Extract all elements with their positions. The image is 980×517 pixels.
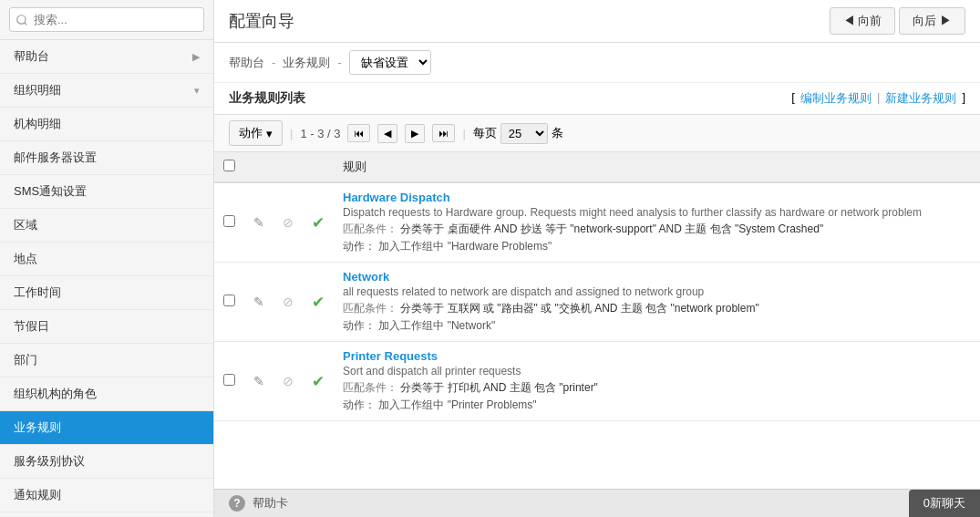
row-rule-cell: Printer Requests Sort and dispatch all p… — [334, 342, 980, 421]
sidebar-item-label: SMS通知设置 — [14, 183, 87, 200]
col-status-icon — [303, 152, 334, 182]
sidebar-item-maintenance[interactable]: 定期维护任务 — [0, 512, 213, 517]
col-edit-icon — [244, 152, 273, 182]
per-page-unit: 条 — [552, 125, 563, 141]
chat-widget[interactable]: 0新聊天 — [909, 490, 980, 517]
table-row: ✎ ⊘ ✔ Printer Requests Sort and dispatch… — [214, 342, 980, 421]
help-bar: ? 帮助卡 — [214, 489, 980, 517]
rule-name[interactable]: Hardware Dispatch — [343, 191, 971, 204]
prev-page-btn[interactable]: ◀ — [377, 124, 397, 143]
edit-rules-link[interactable]: 编制业务规则 — [800, 90, 872, 107]
per-page-select[interactable]: 25 50 100 — [500, 123, 548, 144]
sidebar-item-sms-notify[interactable]: SMS通知设置 — [0, 175, 213, 209]
action-button[interactable]: 动作 ▾ — [229, 120, 283, 146]
row-checkbox[interactable] — [223, 374, 235, 386]
row-edit-cell: ✎ — [244, 342, 273, 421]
breadcrumb-sep1: - — [272, 56, 275, 69]
last-page-btn[interactable]: ⏭ — [432, 124, 455, 142]
rule-desc: Sort and dispatch all printer requests — [343, 365, 971, 377]
rule-name[interactable]: Printer Requests — [343, 349, 971, 363]
sidebar-item-label: 组织明细 — [14, 82, 61, 98]
breadcrumb-dropdown[interactable]: 缺省设置 — [349, 50, 431, 75]
page-header: 配置向导 ◀ 向前 向后 ▶ — [214, 0, 980, 43]
next-button[interactable]: 向后 ▶ — [899, 7, 965, 35]
list-toolbar: 业务规则列表 [ 编制业务规则 | 新建业务规则 ] — [214, 83, 980, 115]
toolbar-sep-bracket-end: ] — [962, 90, 965, 107]
sidebar-item-label: 组织机构的角色 — [14, 386, 97, 402]
search-input[interactable] — [9, 7, 204, 32]
action-label: 动作 — [239, 125, 263, 141]
sidebar-item-org-detail[interactable]: 组织明细▾ — [0, 74, 213, 108]
rules-table-wrapper: 规则 ✎ ⊘ ✔ Hardware Dispatch Dispatch requ… — [214, 152, 980, 489]
edit-icon[interactable]: ✎ — [253, 215, 264, 230]
row-del-cell: ⊘ — [273, 342, 303, 421]
list-title: 业务规则列表 — [229, 90, 305, 107]
condition-val: 分类等于 互联网 或 "路由器" 或 "交换机 AND 主题 包含 "netwo… — [400, 302, 758, 315]
pagination-sep2: | — [462, 127, 465, 140]
per-page-label: 每页 — [473, 125, 497, 141]
sidebar-item-region[interactable]: 区域 — [0, 209, 213, 243]
breadcrumb-select[interactable]: 缺省设置 — [350, 51, 430, 74]
row-edit-cell: ✎ — [244, 263, 273, 342]
edit-icon[interactable]: ✎ — [253, 295, 264, 309]
row-rule-cell: Hardware Dispatch Dispatch requests to H… — [334, 182, 980, 263]
edit-icon[interactable]: ✎ — [253, 374, 264, 388]
table-controls: 动作 ▾ | 1 - 3 / 3 ⏮ ◀ ▶ ⏭ | 每页 25 50 100 … — [214, 115, 980, 152]
row-checkbox-cell — [214, 263, 244, 342]
rule-action: 动作： 加入工作组中 "Printer Problems" — [343, 398, 971, 413]
per-page-control: 每页 25 50 100 条 — [473, 123, 563, 144]
rule-condition: 匹配条件： 分类等于 互联网 或 "路由器" 或 "交换机 AND 主题 包含 … — [343, 301, 971, 316]
row-del-cell: ⊘ — [273, 182, 303, 263]
row-edit-cell: ✎ — [244, 182, 273, 263]
new-rule-link[interactable]: 新建业务规则 — [885, 90, 956, 107]
sidebar-item-label: 业务规则 — [14, 419, 61, 436]
toolbar-sep-bracket: [ — [791, 90, 795, 107]
help-icon: ? — [229, 495, 245, 512]
rule-action: 动作： 加入工作组中 "Network" — [343, 318, 971, 334]
breadcrumb-part1: 帮助台 — [229, 55, 264, 71]
sidebar-item-department[interactable]: 部门 — [0, 344, 213, 377]
sidebar-item-label: 部门 — [14, 352, 37, 368]
sidebar-item-biz-rule[interactable]: 业务规则 — [0, 411, 213, 445]
delete-icon[interactable]: ⊘ — [283, 295, 294, 309]
sidebar-item-org-role[interactable]: 组织机构的角色 — [0, 377, 213, 411]
pagination-info: 1 - 3 / 3 — [300, 127, 340, 140]
first-page-btn[interactable]: ⏮ — [347, 124, 370, 142]
sidebar-item-location[interactable]: 地点 — [0, 243, 213, 276]
sidebar-item-arrow: ▶ — [192, 51, 200, 63]
status-active-icon: ✔ — [312, 214, 325, 232]
next-page-btn[interactable]: ▶ — [405, 124, 425, 143]
action-label-text: 动作： — [343, 319, 376, 332]
prev-button[interactable]: ◀ 向前 — [830, 7, 896, 35]
select-all-checkbox[interactable] — [223, 160, 235, 171]
main-content: 配置向导 ◀ 向前 向后 ▶ 帮助台 - 业务规则 - 缺省设置 业务规则列表 … — [214, 0, 980, 517]
sidebar-item-sla[interactable]: 服务级别协议 — [0, 445, 213, 479]
action-label-text: 动作： — [343, 240, 376, 253]
sidebar-item-label: 节假日 — [14, 318, 49, 335]
breadcrumb-sep2: - — [337, 56, 341, 69]
sidebar-item-help-desk[interactable]: 帮助台▶ — [0, 40, 213, 74]
condition-label: 匹配条件： — [343, 222, 397, 235]
rule-condition: 匹配条件： 分类等于 打印机 AND 主题 包含 "printer" — [343, 380, 971, 396]
condition-label: 匹配条件： — [343, 302, 397, 315]
pagination-sep: | — [290, 127, 293, 140]
sidebar-item-org-info[interactable]: 机构明细 — [0, 108, 213, 141]
sidebar-item-work-time[interactable]: 工作时间 — [0, 276, 213, 310]
rule-condition: 匹配条件： 分类等于 桌面硬件 AND 抄送 等于 "network-suppo… — [343, 222, 971, 237]
delete-icon[interactable]: ⊘ — [283, 215, 294, 230]
sidebar-search-container — [0, 0, 213, 40]
help-label: 帮助卡 — [253, 495, 288, 512]
condition-val: 分类等于 打印机 AND 主题 包含 "printer" — [400, 381, 598, 394]
sidebar-item-notify-rule[interactable]: 通知规则 — [0, 479, 213, 512]
row-status-cell: ✔ — [303, 263, 334, 342]
sidebar-item-label: 机构明细 — [14, 116, 61, 132]
rule-desc: all requests related to network are disp… — [343, 285, 971, 298]
rule-name[interactable]: Network — [343, 270, 971, 284]
sidebar-item-mail-server[interactable]: 邮件服务器设置 — [0, 141, 213, 175]
delete-icon[interactable]: ⊘ — [283, 374, 294, 388]
sidebar-item-label: 区域 — [14, 217, 37, 233]
row-status-cell: ✔ — [303, 182, 334, 263]
row-checkbox[interactable] — [223, 295, 235, 306]
row-checkbox[interactable] — [223, 215, 235, 227]
sidebar-item-holiday[interactable]: 节假日 — [0, 310, 213, 344]
